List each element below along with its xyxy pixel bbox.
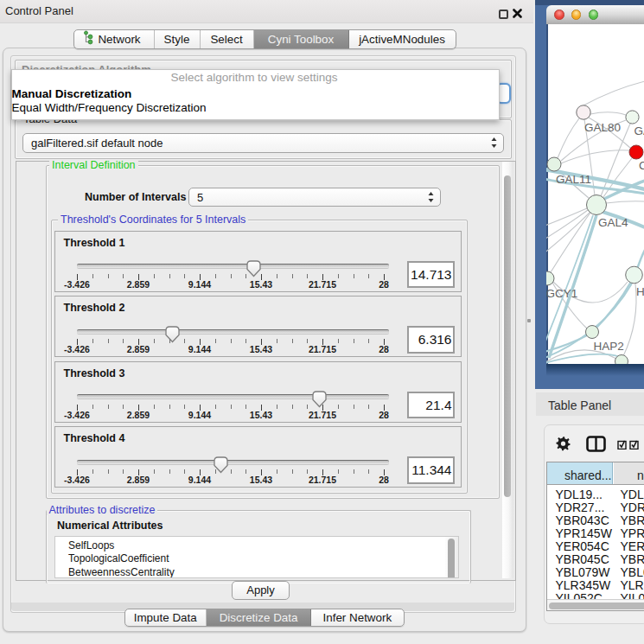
svg-text:GCY1: GCY1 (546, 287, 577, 300)
svg-text:CY: CY (639, 159, 644, 172)
svg-text:GAL11: GAL11 (556, 173, 591, 186)
svg-text:GA: GA (634, 124, 644, 137)
svg-text:GAL80: GAL80 (584, 121, 621, 134)
svg-text:GAL4: GAL4 (598, 216, 628, 229)
svg-text:H: H (636, 285, 644, 298)
svg-text:HAP2: HAP2 (594, 340, 624, 353)
